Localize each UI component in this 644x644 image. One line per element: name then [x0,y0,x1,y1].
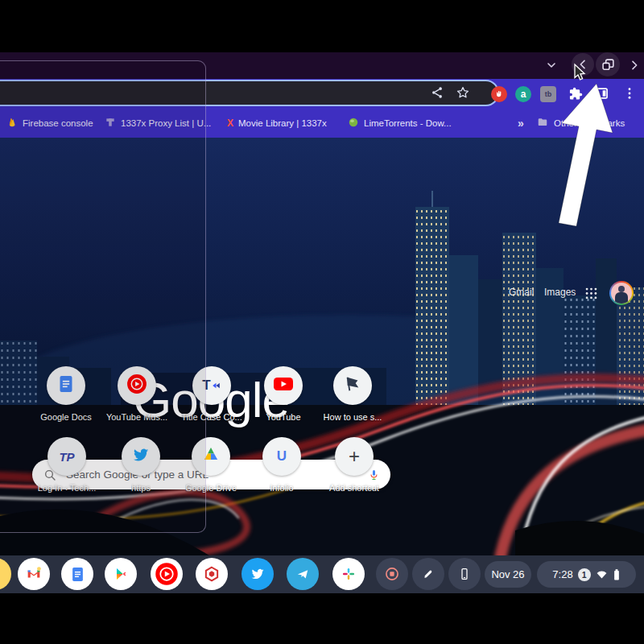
extension-glyph: tb [545,90,552,98]
lime-icon [348,117,359,130]
share-icon[interactable] [430,85,444,103]
add-shortcut-button[interactable]: + Add shortcut [317,437,391,493]
date-label: Nov 26 [491,568,524,580]
shelf: Nov 26 7:28 1 [0,555,644,593]
shortcut-youtube[interactable]: YouTube [246,366,320,422]
bookmark-item[interactable]: LimeTorrents - Dow... [348,114,452,132]
apps-grid-icon[interactable] [585,287,597,303]
flag-icon [344,375,361,396]
notification-count-badge: 1 [578,568,591,581]
bookmark-label: Movie Library | 1337x [238,118,327,128]
letterbox-top [0,0,644,52]
bookmark-item[interactable]: X Movie Library | 1337x [227,114,327,132]
youtube-icon [274,377,293,394]
chromeos-desktop: a tb Firebase console 1337x Proxy List |… [0,0,644,644]
launcher-partial-icon[interactable] [0,558,11,590]
extensions-puzzle-icon[interactable] [567,85,584,105]
hand-red-extension-icon[interactable] [491,86,507,102]
shortcut-label: How to use s... [324,412,382,422]
side-panel-icon[interactable] [593,85,609,105]
avatar-image [611,283,632,303]
other-bookmarks-label: Other bookmarks [554,118,625,128]
shortcut-label: Add shortcut [329,483,379,493]
folder-icon [536,117,549,130]
red-x-icon: X [227,118,233,129]
extension-glyph: a [521,89,526,100]
telegram-icon[interactable] [287,558,319,590]
title-case-arrows-icon [211,380,221,391]
google-docs-icon[interactable] [61,558,93,590]
play-store-icon[interactable] [105,558,137,590]
wifi-icon [596,569,608,580]
shortcut-label: YouTube [266,412,300,422]
plus-icon: + [349,448,360,464]
duplicate-window-icon[interactable] [596,52,620,76]
battery-icon [613,568,621,581]
bookmark-star-icon[interactable] [456,85,470,103]
profile-avatar[interactable] [609,281,634,305]
letterbox-bottom [0,593,644,644]
shortcut-how-to-use[interactable]: How to use s... [316,366,390,422]
tb-extension-icon[interactable]: tb [540,86,556,102]
slack-icon[interactable] [332,558,365,590]
images-link[interactable]: Images [544,287,576,298]
status-tray[interactable]: 7:28 1 [537,561,636,588]
a-teal-extension-icon[interactable]: a [515,86,531,102]
pen-icon[interactable] [412,558,444,590]
date-button[interactable]: Nov 26 [485,561,531,588]
youtube-music-icon[interactable] [151,558,183,590]
phone-icon[interactable] [448,558,481,590]
shortcut-infolio[interactable]: U Infolio [245,437,319,493]
kebab-menu-icon[interactable] [622,85,637,105]
screen-record-icon[interactable] [376,558,408,590]
gmail-link[interactable]: Gmail [509,287,534,298]
time-label: 7:28 [552,568,572,580]
chevron-left-icon[interactable] [572,53,594,76]
other-bookmarks-folder[interactable]: Other bookmarks [536,114,625,132]
chevron-right-icon[interactable] [627,58,642,72]
chevron-down-icon[interactable] [544,58,559,72]
shortcut-label: Infolio [270,483,293,493]
infolio-icon: U [277,448,287,464]
overview-window-outline [0,60,206,533]
bookmark-label: LimeTorrents - Dow... [364,118,452,128]
red-hexagon-app-icon[interactable] [196,558,228,590]
twitter-icon[interactable] [242,558,274,590]
bookmarks-overflow-chevron[interactable]: » [518,114,524,132]
gmail-icon[interactable] [18,558,50,590]
